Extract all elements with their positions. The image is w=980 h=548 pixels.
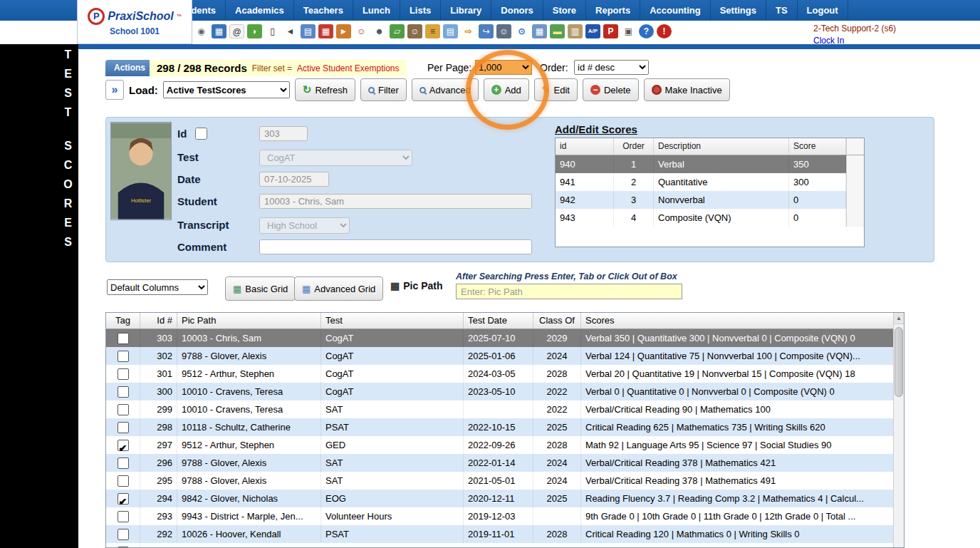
refresh-button[interactable]: ↻ Refresh <box>295 78 355 101</box>
spreadsheet-icon[interactable]: ▦ <box>212 24 226 38</box>
score-row[interactable]: 942 3 Nonvverbal 0 <box>556 191 864 209</box>
nav-item[interactable]: Settings <box>711 0 766 21</box>
add-button[interactable]: + Add <box>484 78 529 101</box>
scores-col-description[interactable]: Description <box>654 138 789 155</box>
speaker-icon[interactable]: ◄ <box>283 24 298 38</box>
table-scrollbar[interactable]: ▲ <box>893 313 904 547</box>
test-select[interactable]: CogAT <box>259 150 412 166</box>
scroll-up-arrow-icon[interactable]: ▲ <box>894 313 904 324</box>
transcript-select[interactable]: High School <box>259 217 350 234</box>
tag-checkbox[interactable] <box>118 529 129 540</box>
col-class-of[interactable]: Class Of <box>533 313 581 329</box>
nav-item[interactable]: Lunch <box>353 0 400 21</box>
student-remove-icon[interactable]: ☻ <box>372 24 387 38</box>
tag-checkbox[interactable] <box>118 386 129 398</box>
col-test[interactable]: Test <box>321 313 464 329</box>
pic-path-search-input[interactable] <box>456 284 682 299</box>
actions-tab[interactable]: Actions <box>105 60 154 76</box>
table-row[interactable]: 298 10118 - Schultz, Catherine PSAT 2022… <box>106 418 904 436</box>
comment-field[interactable] <box>259 239 532 254</box>
advanced-button[interactable]: Advanced <box>412 78 479 101</box>
score-row[interactable]: 941 2 Quantitative 300 <box>556 173 864 191</box>
delete-button[interactable]: − Delete <box>583 78 639 101</box>
tag-checkbox[interactable] <box>118 457 129 469</box>
help-icon[interactable]: ? <box>639 24 654 38</box>
notes-icon[interactable]: ▤ <box>443 24 458 38</box>
table-icon[interactable]: ▦ <box>532 24 547 38</box>
send-icon[interactable]: ⇨ <box>461 24 476 38</box>
nav-item[interactable]: Store <box>543 0 586 21</box>
chat-icon[interactable]: ◗ <box>247 24 262 38</box>
nav-item[interactable]: Lists <box>400 0 441 21</box>
score-row[interactable]: 940 1 Verbal 350 <box>556 155 864 173</box>
nav-item[interactable]: Accounting <box>640 0 711 21</box>
nav-item[interactable]: Reports <box>586 0 640 21</box>
col-tag[interactable]: Tag <box>106 313 140 329</box>
basic-grid-button[interactable]: ▦ Basic Grid <box>225 276 296 301</box>
score-row[interactable]: 943 4 Composite (VQN) 0 <box>556 209 864 227</box>
report-icon[interactable]: ▤ <box>301 24 316 38</box>
scrollbar-thumb[interactable] <box>895 327 903 397</box>
table-row[interactable]: 300 10010 - Cravens, Teresa CogAT 2023-0… <box>106 383 904 400</box>
load-select[interactable]: Active TestScores <box>163 81 290 98</box>
student-field[interactable] <box>259 194 532 209</box>
tag-checkbox[interactable] <box>118 511 129 522</box>
email-icon[interactable]: @ <box>229 24 244 38</box>
table-row[interactable]: 296 9788 - Glover, Alexis SAT 2022-01-14… <box>106 454 904 472</box>
table-row[interactable]: 299 10010 - Cravens, Teresa SAT 2022 Ver… <box>106 400 904 418</box>
id-checkbox[interactable] <box>195 128 207 140</box>
tag-checkbox[interactable] <box>118 493 129 505</box>
table-row[interactable]: 301 9512 - Arthur, Stephen CogAT 2024-03… <box>106 365 904 383</box>
inventory-icon[interactable]: ▥ <box>568 24 583 38</box>
scores-col-score[interactable]: Score <box>789 138 846 155</box>
payment-icon[interactable]: ▬ <box>550 24 565 38</box>
tag-checkbox[interactable] <box>118 475 129 487</box>
eraser-icon[interactable]: ▱ <box>390 24 405 38</box>
tag-checkbox[interactable] <box>118 422 129 433</box>
tag-checkbox[interactable] <box>118 440 129 451</box>
tag-checkbox[interactable] <box>118 404 129 415</box>
nav-item[interactable]: TS <box>766 0 798 21</box>
nav-item[interactable]: Donors <box>491 0 543 21</box>
edit-button[interactable]: ✎ Edit <box>534 78 578 101</box>
table-row[interactable]: 294 9842 - Glover, Nicholas EOG 2020-12-… <box>106 490 904 507</box>
table-row[interactable]: 293 9943 - District - Marple, Jen... Vol… <box>106 507 904 525</box>
tag-checkbox[interactable] <box>118 351 129 362</box>
search-icon[interactable]: ◉ <box>194 24 209 38</box>
clock-icon[interactable]: ⊙ <box>514 24 529 38</box>
nav-item[interactable]: Logout <box>798 0 848 21</box>
table-row[interactable]: 295 9788 - Glover, Alexis SAT 2021-05-01… <box>106 472 904 490</box>
col-id[interactable]: Id # <box>140 313 177 329</box>
student-add-icon[interactable]: ☺ <box>354 24 369 38</box>
col-pic-path[interactable]: Pic Path <box>177 313 321 329</box>
mobile-icon[interactable]: ▯ <box>265 24 280 38</box>
table-row[interactable]: 292 10026 - Hoover, Kendall PSAT 2019-11… <box>106 525 904 543</box>
megaphone-icon[interactable]: ► <box>336 24 351 38</box>
pdf-icon[interactable]: P <box>603 24 618 38</box>
make-inactive-button[interactable]: Make Inactive <box>644 78 730 101</box>
admin-user-icon[interactable]: ☺ <box>496 24 511 38</box>
logo-box[interactable]: P PraxiSchool ™ School 1001 <box>77 0 192 44</box>
scores-col-id[interactable]: id <box>556 138 614 155</box>
per-page-select[interactable]: 1,000 <box>475 60 532 75</box>
table-row-partial[interactable] <box>106 543 904 548</box>
table-row[interactable]: 302 9788 - Glover, Alexis CogAT 2025-01-… <box>106 347 904 365</box>
accounts-ap-icon[interactable]: A/P <box>585 24 600 38</box>
col-test-date[interactable]: Test Date <box>464 313 533 329</box>
table-row[interactable]: 303 10003 - Chris, Sam CogAT 2025-07-10 … <box>106 329 904 347</box>
advanced-grid-button[interactable]: ▦ Advanced Grid <box>294 276 383 301</box>
columns-select[interactable]: Default Columns <box>107 279 208 295</box>
id-field[interactable] <box>259 126 308 141</box>
date-field[interactable] <box>259 172 329 187</box>
stop-icon[interactable]: ! <box>657 24 672 38</box>
nav-item[interactable]: Library <box>441 0 491 21</box>
lunch-icon[interactable]: ≡ <box>425 24 440 38</box>
filter-button[interactable]: Filter <box>360 78 407 101</box>
tag-checkbox[interactable] <box>118 368 129 380</box>
nav-item[interactable]: Teachers <box>294 0 353 21</box>
tag-checkbox[interactable] <box>118 333 129 344</box>
print-icon[interactable]: ▣ <box>621 24 636 38</box>
group-icon[interactable]: ☺ <box>407 24 422 38</box>
transfer-icon[interactable]: ↪ <box>479 24 494 38</box>
order-select[interactable]: id # desc <box>574 60 649 75</box>
